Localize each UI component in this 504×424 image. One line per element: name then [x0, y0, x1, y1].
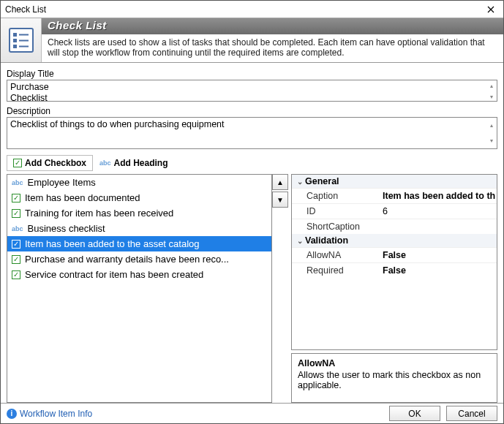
property-value[interactable]	[380, 219, 497, 234]
description-input[interactable]: Checklist of things to do when purchasin…	[7, 117, 497, 149]
add-heading-button[interactable]: abc Add Heading	[93, 155, 175, 171]
close-icon	[487, 6, 494, 13]
list-heading[interactable]: abcEmployee Items	[7, 175, 271, 190]
list-item-label: Training for item has been received	[25, 208, 173, 219]
add-checkbox-label: Add Checkbox	[25, 158, 86, 168]
list-item-label: Business checklist	[28, 223, 105, 234]
abc-icon: abc	[99, 159, 111, 167]
svg-rect-5	[13, 45, 17, 48]
property-help: AllowNA Allows the user to mark this che…	[291, 353, 497, 403]
property-value[interactable]: Item has been added to th	[380, 189, 497, 203]
banner-description: Check lists are used to show a list of t…	[42, 34, 503, 62]
titlebar: Check List	[1, 1, 503, 18]
list-item[interactable]: ✓Training for item has been received	[7, 205, 271, 221]
spinner-down-icon: ▾	[486, 133, 497, 148]
display-title-label: Display Title	[7, 69, 497, 79]
list-item-label: Purchase and warranty details have been …	[25, 254, 229, 265]
help-text: Allows the user to mark this checkbox as…	[298, 370, 491, 390]
banner-icon	[1, 18, 42, 62]
checkbox-icon: ✓	[13, 159, 22, 167]
expand-icon: ⌄	[295, 178, 305, 186]
toolbar: ✓ Add Checkbox abc Add Heading	[7, 155, 497, 171]
checklist-items[interactable]: abcEmployee Items✓Item has been document…	[7, 174, 272, 403]
category-name: Validation	[305, 235, 348, 246]
property-name: AllowNA	[292, 248, 380, 262]
help-title: AllowNA	[298, 358, 491, 368]
list-item[interactable]: ✓Service contract for item has been crea…	[7, 267, 271, 282]
property-row[interactable]: AllowNAFalse	[292, 247, 497, 262]
display-title-spinner[interactable]: ▴▾	[486, 80, 497, 101]
checkbox-icon: ✓	[12, 194, 20, 202]
list-item-label: Item has been documented	[25, 192, 140, 203]
checklist-icon	[7, 26, 36, 55]
display-title-input[interactable]: Purchase Checklist ▴▾	[7, 80, 497, 102]
move-up-button[interactable]: ▲	[272, 174, 288, 190]
list-item-label: Employee Items	[28, 177, 96, 188]
description-value: Checklist of things to do when purchasin…	[10, 119, 225, 129]
property-name: ShortCaption	[292, 219, 380, 234]
property-category[interactable]: ⌄Validation	[292, 234, 497, 247]
checkbox-icon: ✓	[12, 255, 20, 264]
category-name: General	[305, 176, 339, 186]
expand-icon: ⌄	[295, 237, 305, 245]
checkbox-icon: ✓	[12, 240, 20, 249]
property-value[interactable]: 6	[380, 204, 497, 219]
svg-rect-3	[13, 39, 17, 42]
window-title: Check List	[5, 4, 46, 15]
dialog-window: Check List Check List Check lists are us…	[0, 0, 504, 424]
property-row[interactable]: RequiredFalse	[292, 262, 497, 278]
abc-icon: abc	[12, 179, 23, 186]
cancel-button[interactable]: Cancel	[446, 406, 497, 421]
checkbox-icon: ✓	[12, 270, 20, 279]
property-category[interactable]: ⌄General	[292, 175, 497, 188]
property-row[interactable]: ID6	[292, 203, 497, 219]
description-spinner[interactable]: ▴▾	[486, 118, 497, 148]
abc-icon: abc	[12, 225, 23, 232]
description-label: Description	[7, 106, 497, 116]
move-down-button[interactable]: ▼	[272, 192, 288, 208]
list-item[interactable]: ✓Item has been added to the asset catalo…	[7, 236, 271, 251]
property-value[interactable]: False	[380, 248, 497, 262]
list-item-label: Service contract for item has been creat…	[25, 269, 203, 280]
add-heading-label: Add Heading	[114, 158, 168, 168]
close-button[interactable]	[483, 3, 499, 16]
property-value[interactable]: False	[380, 263, 497, 278]
property-name: Required	[292, 263, 380, 278]
workflow-info-link[interactable]: i Workflow Item Info	[7, 409, 383, 419]
list-item[interactable]: ✓Purchase and warranty details have been…	[7, 251, 271, 267]
banner-heading: Check List	[42, 18, 503, 34]
spinner-down-icon: ▾	[486, 91, 497, 102]
workflow-info-label: Workflow Item Info	[20, 409, 92, 419]
property-name: Caption	[292, 189, 380, 203]
property-name: ID	[292, 204, 380, 219]
svg-rect-1	[13, 33, 17, 37]
display-title-value: Purchase Checklist	[10, 82, 49, 102]
list-heading[interactable]: abcBusiness checklist	[7, 221, 271, 236]
ok-button[interactable]: OK	[389, 406, 440, 421]
list-item[interactable]: ✓Item has been documented	[7, 190, 271, 205]
spinner-up-icon: ▴	[486, 118, 497, 133]
spinner-up-icon: ▴	[486, 80, 497, 91]
list-item-label: Item has been added to the asset catalog	[25, 238, 200, 249]
property-row[interactable]: ShortCaption	[292, 219, 497, 234]
banner: Check List Check lists are used to show …	[1, 18, 503, 63]
checkbox-icon: ✓	[12, 209, 20, 218]
add-checkbox-button[interactable]: ✓ Add Checkbox	[7, 155, 93, 171]
property-grid[interactable]: ⌄GeneralCaptionItem has been added to th…	[291, 174, 497, 350]
property-row[interactable]: CaptionItem has been added to th	[292, 188, 497, 203]
footer: i Workflow Item Info OK Cancel	[1, 403, 503, 423]
info-icon: i	[7, 409, 17, 419]
